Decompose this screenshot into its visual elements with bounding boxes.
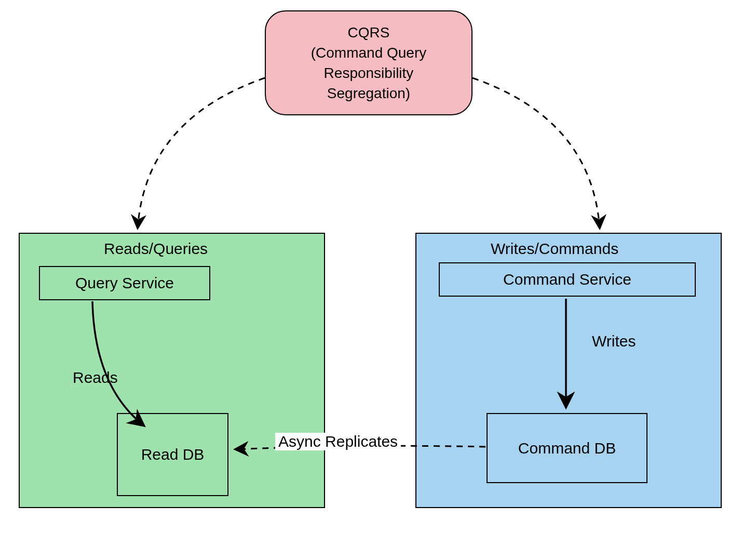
edge-cqrs-to-writes [473,78,600,229]
command-service-node: Command Service [439,262,696,297]
cqrs-diagram: CQRS (Command Query Responsibility Segre… [0,0,756,533]
reads-panel-title: Reads/Queries [104,240,208,258]
writes-edge-label: Writes [592,332,636,350]
cqrs-node: CQRS (Command Query Responsibility Segre… [265,10,473,115]
replicates-edge-label: Async Replicates [275,433,401,450]
command-db-node: Command DB [487,413,647,483]
read-db-label: Read DB [141,446,205,463]
read-db-node: Read DB [117,413,228,496]
writes-panel-title: Writes/Commands [491,240,618,258]
command-service-label: Command Service [503,271,631,288]
cqrs-line1: CQRS [311,22,427,43]
query-service-label: Query Service [75,274,174,292]
edge-cqrs-to-reads [138,78,265,229]
command-db-label: Command DB [518,439,616,457]
cqrs-line2: (Command Query [311,43,427,63]
cqrs-line4: Segregation) [311,83,427,103]
cqrs-line3: Responsibility [311,63,427,83]
query-service-node: Query Service [39,266,210,300]
reads-edge-label: Reads [73,369,118,387]
